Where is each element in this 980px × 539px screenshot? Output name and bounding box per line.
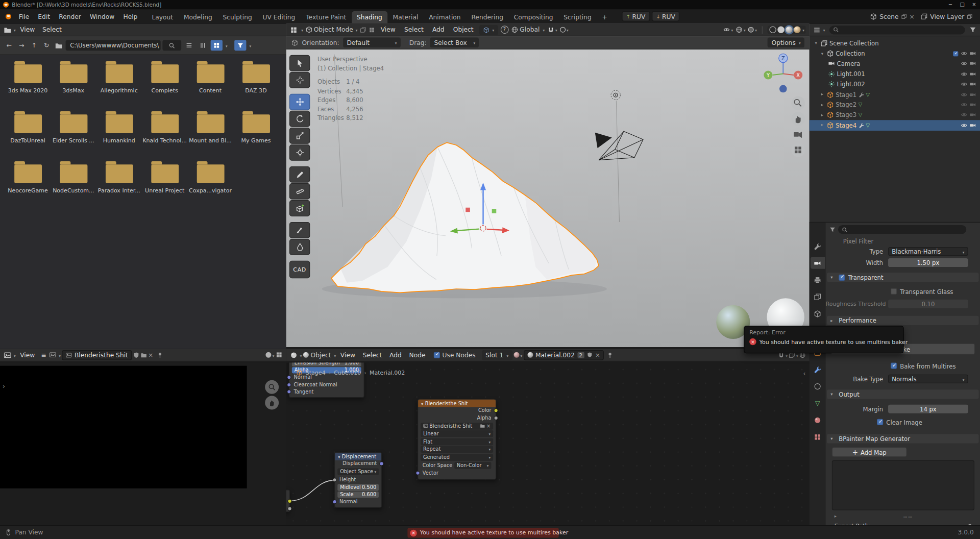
folder-item[interactable]: DAZ 3D — [233, 60, 279, 110]
midlevel-slider[interactable]: Midlevel0.500 — [337, 484, 379, 491]
color-space-dropdown[interactable]: Non-Color — [454, 462, 491, 469]
bake-type-dropdown[interactable]: Normals — [888, 375, 968, 383]
vp-menu-add[interactable]: Add — [429, 26, 448, 33]
add-workspace-button[interactable]: + — [597, 11, 612, 23]
clear-image-checkbox[interactable] — [877, 419, 883, 425]
close-button[interactable]: × — [968, 0, 980, 9]
outliner-row-camera[interactable]: Camera — [810, 59, 980, 69]
move-tool[interactable] — [289, 94, 310, 110]
outliner-row-light[interactable]: Light.001 — [810, 69, 980, 79]
normal-socket[interactable] — [332, 500, 337, 504]
tab-shading[interactable]: Shading — [352, 11, 387, 23]
disable-render-icon[interactable] — [969, 112, 976, 118]
folder-item[interactable]: Paradox Inter... — [96, 160, 142, 210]
channels-dropdown[interactable] — [265, 352, 274, 358]
display-size-caret[interactable] — [225, 42, 228, 48]
gizmos-dropdown[interactable] — [736, 26, 746, 33]
ruv-unpack-button[interactable]: ↓RUV — [652, 11, 680, 21]
folder-item[interactable]: My Games — [233, 110, 279, 160]
outliner-row-collection[interactable]: ▾ Collection — [810, 48, 980, 59]
disable-render-icon[interactable] — [969, 60, 976, 67]
folder-item[interactable]: NeocoreGame — [5, 160, 51, 210]
rendered-shading-button[interactable] — [794, 26, 800, 33]
sidebar-toggle-arrow[interactable]: ‹ — [803, 370, 805, 377]
annotate-tool[interactable] — [289, 166, 310, 183]
margin-slider[interactable]: 14 px — [888, 405, 968, 413]
vp-menu-object[interactable]: Object — [450, 26, 477, 33]
outliner-search-field[interactable] — [829, 26, 965, 34]
outliner-filter-icon[interactable] — [969, 26, 976, 33]
image-options-icon[interactable] — [276, 352, 282, 358]
material-name-field[interactable]: Material.002 2 × — [524, 350, 604, 360]
rotate-tool[interactable] — [289, 111, 310, 127]
material-preview-shading-button[interactable] — [786, 26, 792, 33]
hide-eye-icon[interactable] — [961, 70, 967, 77]
scene-properties-tab[interactable] — [811, 308, 825, 320]
gizmo-plane-handle-x[interactable] — [465, 208, 470, 212]
create-folder-icon[interactable] — [55, 41, 63, 49]
ne-menu-add[interactable]: Add — [386, 352, 405, 358]
folder-item[interactable]: 3ds Max 2020 — [5, 60, 51, 110]
transparent-checkbox[interactable] — [839, 274, 845, 280]
menu-help[interactable]: Help — [119, 13, 142, 19]
tab-rendering[interactable]: Rendering — [467, 11, 508, 23]
camera-view-button[interactable] — [791, 128, 805, 141]
menu-file[interactable]: File — [14, 13, 34, 19]
view-layer-selector[interactable]: View Layer — [921, 13, 972, 19]
fake-user-shield-icon[interactable] — [133, 352, 139, 358]
solid-shading-button[interactable] — [777, 26, 784, 33]
path-field[interactable]: C:\Users\wwwww\Documents\ — [66, 40, 161, 51]
image-canvas[interactable]: › — [0, 363, 286, 526]
unlink-image-icon[interactable]: × — [486, 423, 491, 429]
unlink-image-icon[interactable]: × — [148, 352, 153, 358]
list-expand-arrow[interactable]: ▸ — [835, 514, 837, 519]
maximize-button[interactable]: □ — [956, 0, 968, 9]
tab-scripting[interactable]: Scripting — [559, 11, 597, 23]
emission-strength-slider[interactable]: Emission Strength1.000 — [292, 363, 361, 366]
fake-user-shield-icon[interactable] — [587, 352, 593, 358]
cursor-tool[interactable] — [289, 72, 310, 88]
tab-modeling[interactable]: Modeling — [179, 11, 217, 23]
pan-hand-button[interactable] — [265, 396, 279, 409]
resize-grip[interactable]: ┅┅ — [903, 513, 913, 520]
add-map-button[interactable]: +Add Map — [832, 447, 907, 457]
extension-dropdown[interactable]: Repeat — [421, 446, 493, 452]
tab-uv-editing[interactable]: UV Editing — [258, 11, 300, 23]
output-socket[interactable] — [287, 499, 292, 504]
tangent-socket[interactable] — [287, 389, 291, 394]
hide-eye-icon[interactable] — [961, 112, 967, 118]
visibility-dropdown[interactable] — [723, 26, 733, 33]
browse-image-icon[interactable] — [50, 352, 56, 358]
vector-socket[interactable] — [415, 471, 420, 476]
pan-hand-button[interactable] — [791, 112, 805, 126]
disable-render-icon[interactable] — [969, 70, 976, 77]
wireframe-shading-button[interactable] — [769, 26, 776, 33]
tab-sculpting[interactable]: Sculpting — [218, 11, 257, 23]
bake-from-multires-checkbox[interactable] — [891, 363, 897, 369]
folder-item[interactable]: Coxpa...vigator — [187, 160, 233, 210]
editor-type-icon[interactable] — [813, 26, 821, 34]
menu-render[interactable]: Render — [55, 13, 86, 19]
alpha-output-socket[interactable] — [494, 415, 498, 420]
scene-selector[interactable]: Scene × — [870, 13, 915, 19]
folder-item[interactable]: Content — [187, 60, 233, 110]
blender-menu-icon[interactable] — [6, 13, 11, 19]
mode-option-icon[interactable] — [360, 27, 366, 33]
shader-type-dropdown[interactable]: Object — [303, 352, 336, 358]
browse-image-caret[interactable] — [58, 352, 61, 358]
display-horizontal-list-button[interactable] — [197, 40, 209, 51]
folder-item[interactable]: Complets — [142, 60, 187, 110]
displacement-node-header[interactable]: ▾Displacement — [335, 453, 381, 460]
displacement-node[interactable]: ▾Displacement Displacement Object Space … — [334, 452, 382, 507]
filter-toggle-button[interactable] — [234, 40, 246, 51]
clipped-node-fragment[interactable] — [286, 489, 290, 512]
pin-icon[interactable] — [607, 352, 613, 358]
outliner-row-scene-collection[interactable]: ▾ Scene Collection — [810, 38, 980, 48]
editor-type-icon[interactable] — [290, 26, 298, 34]
sidebar-toggle-arrow[interactable]: › — [3, 383, 5, 389]
add-cube-tool[interactable] — [289, 200, 310, 216]
source-dropdown[interactable]: Generated — [421, 454, 493, 460]
refresh-button[interactable]: ↻ — [41, 40, 52, 51]
scale-tool[interactable] — [289, 128, 310, 144]
hide-eye-icon[interactable] — [961, 91, 967, 97]
